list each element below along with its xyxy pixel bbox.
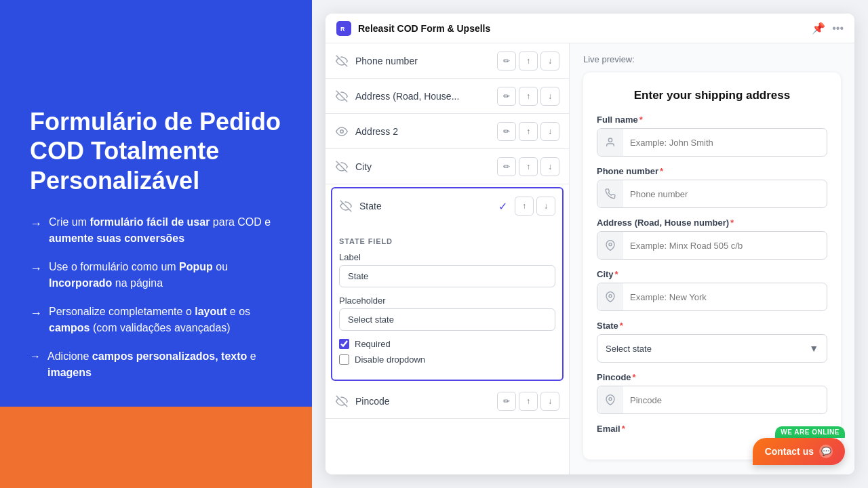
feature-item-2: → Use o formulário como um Popup ou Inco… bbox=[30, 259, 282, 291]
move-up-button-address2[interactable]: ↑ bbox=[519, 122, 538, 141]
pincode-required: * bbox=[633, 372, 636, 382]
confirm-button-state[interactable]: ✓ bbox=[493, 197, 512, 216]
required-label[interactable]: Required bbox=[355, 339, 391, 349]
preview-address-field: Address (Road, House number)* bbox=[597, 218, 827, 260]
contact-us-label: Contact us bbox=[765, 446, 814, 457]
disable-dropdown-group: Disable dropdown bbox=[339, 354, 555, 365]
city-input[interactable] bbox=[623, 292, 827, 302]
main-heading: Formulário de Pedido COD Totalmente Pers… bbox=[30, 107, 282, 195]
move-down-button-city[interactable]: ↓ bbox=[540, 157, 559, 176]
window-actions: 📌 ••• bbox=[812, 22, 844, 35]
move-down-button-pincode[interactable]: ↓ bbox=[540, 392, 559, 411]
move-up-button-address1[interactable]: ↑ bbox=[519, 87, 538, 106]
visibility-icon-address2 bbox=[335, 125, 349, 138]
field-row-state[interactable]: State ✓ ↑ ↓ STATE FIELD Label bbox=[331, 187, 564, 381]
preview-title: Enter your shipping address bbox=[597, 89, 827, 102]
field-actions-address1: ✏ ↑ ↓ bbox=[497, 87, 559, 106]
feature-item-3: → Personalize completamente o layout e o… bbox=[30, 304, 282, 336]
edit-button-pincode[interactable]: ✏ bbox=[497, 392, 516, 411]
email-required: * bbox=[622, 424, 625, 434]
state-required: * bbox=[620, 321, 623, 331]
pincode-input[interactable] bbox=[623, 395, 827, 405]
arrow-icon-3: → bbox=[30, 304, 42, 323]
state-label: State bbox=[597, 321, 618, 331]
pin-icon[interactable]: 📌 bbox=[812, 22, 825, 35]
field-row-address1[interactable]: Address (Road, House... ✏ ↑ ↓ bbox=[326, 79, 569, 114]
move-up-button-pincode[interactable]: ↑ bbox=[519, 392, 538, 411]
full-name-input[interactable] bbox=[623, 138, 827, 148]
move-down-button-phone[interactable]: ↓ bbox=[540, 52, 559, 70]
address-input[interactable] bbox=[623, 241, 827, 251]
pincode-icon bbox=[597, 386, 623, 413]
placeholder-group: Placeholder bbox=[339, 296, 555, 331]
address-icon bbox=[597, 232, 623, 259]
label-field-label: Label bbox=[339, 252, 555, 262]
disable-dropdown-label[interactable]: Disable dropdown bbox=[355, 354, 425, 365]
full-name-label: Full name bbox=[597, 115, 638, 125]
field-row-phone[interactable]: Phone number ✏ ↑ ↓ bbox=[326, 43, 569, 79]
feature-item-1: → Crie um formulário fácil de usar para … bbox=[30, 214, 282, 247]
visibility-icon-pincode bbox=[335, 394, 349, 408]
feature-list: → Crie um formulário fácil de usar para … bbox=[30, 214, 282, 336]
field-label-city: City bbox=[355, 161, 490, 172]
app-window: R Releasit COD Form & Upsells 📌 ••• Phon… bbox=[312, 0, 868, 488]
chat-widget: WE ARE ONLINE Contact us 💬 bbox=[753, 426, 845, 465]
phone-required: * bbox=[660, 166, 663, 176]
full-name-input-wrapper bbox=[597, 128, 827, 157]
field-row-address2[interactable]: Address 2 ✏ ↑ ↓ bbox=[326, 114, 569, 149]
chat-bubble-icon: 💬 bbox=[819, 445, 833, 458]
chat-online-badge: WE ARE ONLINE bbox=[775, 426, 845, 438]
preview-state-field: State* Select state ▼ bbox=[597, 321, 827, 363]
state-select-wrapper: Select state ▼ bbox=[597, 334, 827, 363]
svg-point-4 bbox=[340, 129, 344, 133]
preview-card: Enter your shipping address Full name* bbox=[583, 73, 841, 460]
placeholder-input[interactable] bbox=[339, 308, 555, 331]
window-body: Phone number ✏ ↑ ↓ Address (R bbox=[326, 43, 854, 474]
visibility-icon-city bbox=[335, 160, 349, 174]
edit-button-city[interactable]: ✏ bbox=[497, 157, 516, 176]
move-down-button-address2[interactable]: ↓ bbox=[540, 122, 559, 141]
move-down-button-state[interactable]: ↓ bbox=[536, 197, 555, 216]
city-required: * bbox=[615, 269, 618, 279]
move-down-button-address1[interactable]: ↓ bbox=[540, 87, 559, 106]
field-row-city[interactable]: City ✏ ↑ ↓ bbox=[326, 149, 569, 184]
svg-point-11 bbox=[609, 398, 612, 401]
required-checkbox[interactable] bbox=[339, 339, 349, 349]
disable-dropdown-checkbox[interactable] bbox=[339, 354, 349, 365]
edit-button-address2[interactable]: ✏ bbox=[497, 122, 516, 141]
field-label-state: State bbox=[359, 201, 486, 211]
preview-pincode-field: Pincode* bbox=[597, 372, 827, 414]
move-up-button-state[interactable]: ↑ bbox=[515, 197, 534, 216]
email-label: Email bbox=[597, 424, 620, 434]
titlebar: R Releasit COD Form & Upsells 📌 ••• bbox=[326, 14, 854, 43]
full-name-required: * bbox=[639, 115, 643, 125]
label-input[interactable] bbox=[339, 265, 555, 287]
preview-full-name-field: Full name* bbox=[597, 115, 827, 157]
field-actions-city: ✏ ↑ ↓ bbox=[497, 157, 559, 176]
required-checkbox-group: Required bbox=[339, 339, 555, 349]
state-select[interactable]: Select state bbox=[597, 344, 827, 354]
move-up-button-city[interactable]: ↑ bbox=[519, 157, 538, 176]
field-actions-pincode: ✏ ↑ ↓ bbox=[497, 392, 559, 411]
live-preview-panel: Live preview: Enter your shipping addres… bbox=[570, 43, 854, 474]
phone-label: Phone number bbox=[597, 166, 658, 176]
field-label-address1: Address (Road, House... bbox=[355, 91, 490, 102]
move-up-button-phone[interactable]: ↑ bbox=[519, 52, 538, 70]
city-input-wrapper bbox=[597, 283, 827, 311]
form-builder-panel: Phone number ✏ ↑ ↓ Address (R bbox=[326, 43, 570, 474]
preview-label: Live preview: bbox=[583, 54, 841, 64]
edit-button-address1[interactable]: ✏ bbox=[497, 87, 516, 106]
address-input-wrapper bbox=[597, 231, 827, 260]
field-row-pincode[interactable]: Pincode ✏ ↑ ↓ bbox=[326, 384, 569, 419]
contact-us-button[interactable]: Contact us 💬 bbox=[753, 438, 845, 465]
address-required: * bbox=[730, 218, 734, 228]
phone-input[interactable] bbox=[623, 189, 827, 199]
svg-text:R: R bbox=[340, 26, 345, 33]
visibility-icon-state bbox=[339, 199, 353, 213]
placeholder-field-label: Placeholder bbox=[339, 296, 555, 306]
edit-button-phone[interactable]: ✏ bbox=[497, 52, 516, 70]
window-chrome: R Releasit COD Form & Upsells 📌 ••• Phon… bbox=[326, 14, 854, 474]
arrow-icon-2: → bbox=[30, 260, 42, 278]
city-label: City bbox=[597, 269, 614, 279]
more-options-icon[interactable]: ••• bbox=[832, 22, 844, 35]
